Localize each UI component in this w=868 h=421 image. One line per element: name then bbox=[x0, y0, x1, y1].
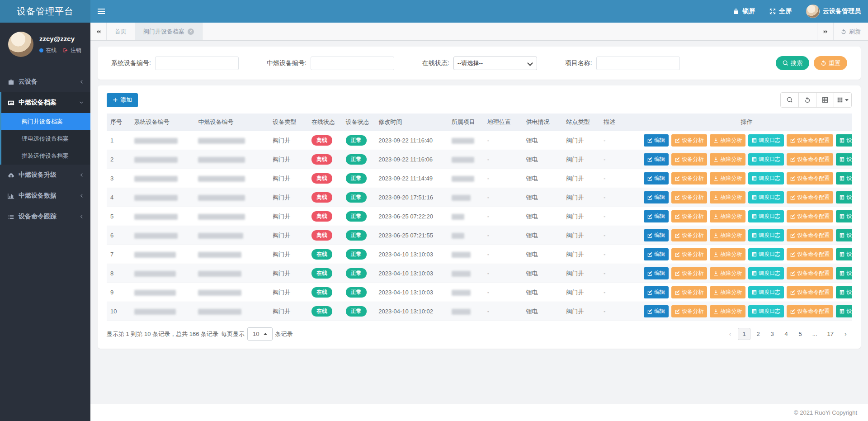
sidebar-subitem-1-2[interactable]: 拼装远传设备档案 bbox=[1, 147, 90, 165]
fault-analysis-button[interactable]: 故障分析 bbox=[710, 286, 745, 298]
fullscreen-button[interactable]: 全屏 bbox=[762, 0, 799, 23]
device-info-button[interactable]: 设备信息 bbox=[836, 229, 852, 241]
tabs-scroll-left-button[interactable] bbox=[90, 23, 107, 40]
fault-analysis-button[interactable]: 故障分析 bbox=[710, 153, 745, 166]
page-4-button[interactable]: 4 bbox=[780, 328, 793, 340]
reset-button[interactable]: 重置 bbox=[814, 56, 847, 70]
device-analysis-button[interactable]: 设备分析 bbox=[671, 305, 707, 317]
device-command-config-button[interactable]: 设备命令配置 bbox=[787, 248, 833, 260]
edit-button[interactable]: 编辑 bbox=[644, 191, 669, 203]
fault-analysis-button[interactable]: 故障分析 bbox=[710, 248, 745, 260]
sidebar-item-2[interactable]: 中燃设备升级 bbox=[0, 165, 90, 185]
user-menu-button[interactable]: 云设备管理员 bbox=[799, 0, 868, 23]
dispatch-log-button[interactable]: 调度日志 bbox=[748, 153, 784, 166]
device-command-config-button[interactable]: 设备命令配置 bbox=[787, 134, 833, 147]
device-info-button[interactable]: 设备信息 bbox=[836, 267, 852, 279]
fault-analysis-button[interactable]: 故障分析 bbox=[710, 172, 745, 184]
sidebar-subitem-1-1[interactable]: 锂电远传设备档案 bbox=[1, 130, 90, 147]
prev-page-button[interactable]: ‹ bbox=[724, 328, 736, 340]
edit-button[interactable]: 编辑 bbox=[644, 248, 669, 260]
dispatch-log-button[interactable]: 调度日志 bbox=[748, 210, 784, 222]
dispatch-log-button[interactable]: 调度日志 bbox=[748, 286, 784, 298]
next-page-button[interactable]: › bbox=[840, 328, 852, 340]
edit-button[interactable]: 编辑 bbox=[644, 210, 669, 222]
project-name-input[interactable] bbox=[596, 57, 680, 70]
search-tool-button[interactable] bbox=[781, 93, 798, 107]
fault-analysis-button[interactable]: 故障分析 bbox=[710, 229, 745, 241]
edit-button[interactable]: 编辑 bbox=[644, 229, 669, 241]
sidebar-item-4[interactable]: 设备命令跟踪 bbox=[0, 206, 90, 227]
tab-1[interactable]: 阀门井设备档案× bbox=[135, 23, 203, 40]
edit-button[interactable]: 编辑 bbox=[644, 172, 669, 184]
page-2-button[interactable]: 2 bbox=[752, 328, 764, 340]
device-info-button[interactable]: 设备信息 bbox=[836, 172, 852, 184]
page-17-button[interactable]: 17 bbox=[823, 328, 838, 340]
device-analysis-button[interactable]: 设备分析 bbox=[671, 172, 707, 184]
dispatch-log-button[interactable]: 调度日志 bbox=[748, 305, 784, 317]
device-info-button[interactable]: 设备信息 bbox=[836, 305, 852, 317]
fault-analysis-button[interactable]: 故障分析 bbox=[710, 305, 745, 317]
page-size-select[interactable]: 10 bbox=[247, 327, 272, 341]
refresh-tool-button[interactable] bbox=[798, 93, 816, 107]
dispatch-log-button[interactable]: 调度日志 bbox=[748, 229, 784, 241]
sidebar-toggle-button[interactable] bbox=[90, 0, 112, 23]
device-info-button[interactable]: 设备信息 bbox=[836, 210, 852, 222]
gas-device-number-input[interactable] bbox=[311, 57, 394, 70]
device-analysis-button[interactable]: 设备分析 bbox=[671, 267, 707, 279]
device-command-config-button[interactable]: 设备命令配置 bbox=[787, 229, 833, 241]
edit-button[interactable]: 编辑 bbox=[644, 305, 669, 317]
logout-link[interactable]: 注销 bbox=[71, 47, 81, 54]
dispatch-log-button[interactable]: 调度日志 bbox=[748, 191, 784, 203]
sidebar-subitem-1-0[interactable]: 阀门井设备档案 bbox=[1, 113, 90, 130]
page-1-button[interactable]: 1 bbox=[738, 328, 750, 340]
device-analysis-button[interactable]: 设备分析 bbox=[671, 153, 707, 166]
refresh-tab-button[interactable]: 刷新 bbox=[833, 23, 868, 40]
dispatch-log-button[interactable]: 调度日志 bbox=[748, 267, 784, 279]
dispatch-log-button[interactable]: 调度日志 bbox=[748, 134, 784, 147]
fault-analysis-button[interactable]: 故障分析 bbox=[710, 267, 745, 279]
device-command-config-button[interactable]: 设备命令配置 bbox=[787, 305, 833, 317]
page-5-button[interactable]: 5 bbox=[794, 328, 807, 340]
edit-button[interactable]: 编辑 bbox=[644, 286, 669, 298]
search-button[interactable]: 搜索 bbox=[776, 56, 809, 70]
detail-view-tool-button[interactable] bbox=[816, 93, 834, 107]
device-analysis-button[interactable]: 设备分析 bbox=[671, 229, 707, 241]
add-button[interactable]: 添加 bbox=[107, 93, 138, 107]
device-command-config-button[interactable]: 设备命令配置 bbox=[787, 210, 833, 222]
sidebar-item-0[interactable]: 云设备 bbox=[0, 71, 90, 92]
device-info-button[interactable]: 设备信息 bbox=[836, 153, 852, 166]
edit-button[interactable]: 编辑 bbox=[644, 153, 669, 166]
device-info-button[interactable]: 设备信息 bbox=[836, 191, 852, 203]
device-command-config-button[interactable]: 设备命令配置 bbox=[787, 286, 833, 298]
fault-analysis-button[interactable]: 故障分析 bbox=[710, 210, 745, 222]
sidebar-item-1[interactable]: 中燃设备档案 bbox=[1, 92, 90, 113]
online-status-select[interactable]: --请选择-- bbox=[453, 57, 537, 70]
tab-0[interactable]: 首页 bbox=[107, 23, 135, 40]
device-analysis-button[interactable]: 设备分析 bbox=[671, 210, 707, 222]
device-info-button[interactable]: 设备信息 bbox=[836, 134, 852, 147]
device-analysis-button[interactable]: 设备分析 bbox=[671, 134, 707, 147]
device-info-button[interactable]: 设备信息 bbox=[836, 248, 852, 260]
tabs-scroll-right-button[interactable] bbox=[817, 23, 833, 40]
system-device-number-input[interactable] bbox=[155, 57, 239, 70]
close-tab-icon[interactable]: × bbox=[188, 28, 194, 35]
device-command-config-button[interactable]: 设备命令配置 bbox=[787, 153, 833, 166]
edit-button[interactable]: 编辑 bbox=[644, 267, 669, 279]
device-command-config-button[interactable]: 设备命令配置 bbox=[787, 191, 833, 203]
dispatch-log-button[interactable]: 调度日志 bbox=[748, 172, 784, 184]
page-3-button[interactable]: 3 bbox=[766, 328, 778, 340]
fault-analysis-button[interactable]: 故障分析 bbox=[710, 134, 745, 147]
fault-analysis-button[interactable]: 故障分析 bbox=[710, 191, 745, 203]
device-command-config-button[interactable]: 设备命令配置 bbox=[787, 172, 833, 184]
device-analysis-button[interactable]: 设备分析 bbox=[671, 248, 707, 260]
device-info-button[interactable]: 设备信息 bbox=[836, 286, 852, 298]
device-command-config-button[interactable]: 设备命令配置 bbox=[787, 267, 833, 279]
device-analysis-button[interactable]: 设备分析 bbox=[671, 286, 707, 298]
sidebar-item-3[interactable]: 中燃设备数据 bbox=[0, 185, 90, 206]
lock-screen-button[interactable]: 锁屏 bbox=[726, 0, 762, 23]
device-analysis-button[interactable]: 设备分析 bbox=[671, 191, 707, 203]
columns-tool-button[interactable] bbox=[834, 93, 851, 107]
dispatch-log-button[interactable]: 调度日志 bbox=[748, 248, 784, 260]
edit-button[interactable]: 编辑 bbox=[644, 134, 669, 147]
edit-icon bbox=[675, 195, 680, 200]
